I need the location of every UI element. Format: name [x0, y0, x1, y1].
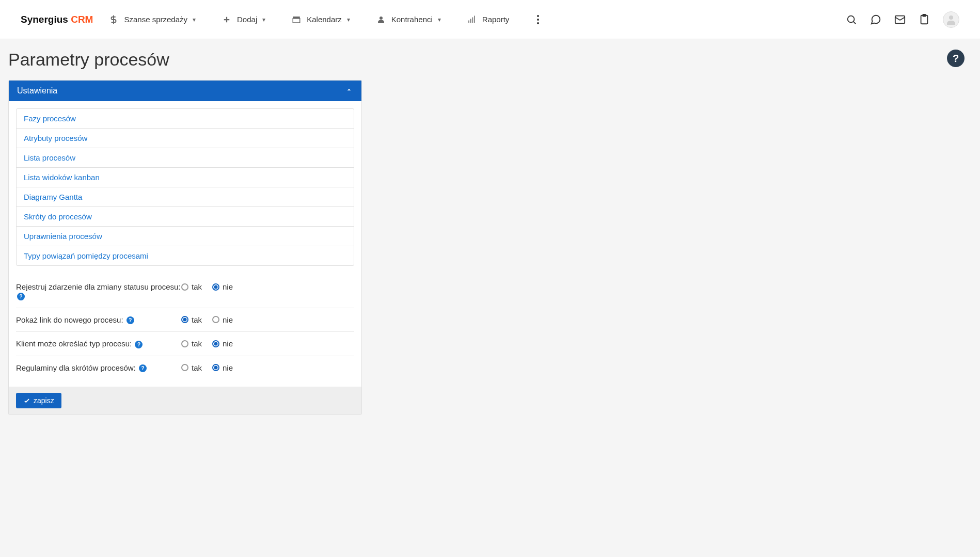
chevron-down-icon: ▾ [347, 16, 350, 23]
link-kanban-views[interactable]: Lista widoków kanban [17, 168, 354, 187]
setting-client-process-type: Klient może określać typ procesu: ? tak … [16, 332, 354, 356]
mail-icon[interactable] [894, 14, 906, 25]
page-title: Parametry procesów [8, 50, 972, 70]
link-process-permissions[interactable]: Uprawnienia procesów [17, 227, 354, 246]
link-process-relation-types[interactable]: Typy powiązań pomiędzy procesami [17, 246, 354, 265]
radio-indicator [212, 316, 219, 323]
radio-yes[interactable]: tak [181, 282, 202, 291]
radio-indicator [181, 283, 188, 291]
header: Synergius CRM Szanse sprzedaży ▾ Dodaj ▾… [0, 0, 980, 39]
chat-icon[interactable] [870, 14, 881, 25]
radio-group: tak nie [181, 363, 233, 372]
setting-label: Pokaż link do nowego procesu: ? [16, 315, 181, 325]
radio-no[interactable]: nie [212, 363, 233, 372]
radio-group: tak nie [181, 315, 233, 324]
help-icon[interactable]: ? [139, 364, 147, 372]
radio-yes[interactable]: tak [181, 363, 202, 372]
nav-opportunities[interactable]: Szanse sprzedaży ▾ [108, 14, 196, 25]
chevron-down-icon: ▾ [193, 16, 196, 23]
chevron-down-icon: ▾ [438, 16, 441, 23]
help-icon[interactable]: ? [17, 293, 25, 300]
nav-add[interactable]: Dodaj ▾ [222, 14, 265, 25]
radio-indicator [212, 364, 219, 371]
logo-main: Synergius [21, 14, 68, 25]
clipboard-icon[interactable] [919, 14, 930, 25]
nav-label: Dodaj [237, 15, 257, 24]
calendar-icon [291, 14, 302, 25]
page-content: ? Parametry procesów Ustawienia Fazy pro… [0, 39, 980, 425]
logo[interactable]: Synergius CRM [21, 14, 93, 25]
svg-point-3 [848, 15, 855, 22]
nav-label: Kalendarz [307, 15, 342, 24]
save-label: zapisz [34, 396, 54, 405]
svg-rect-1 [293, 18, 300, 22]
radio-yes[interactable]: tak [181, 315, 202, 324]
setting-label: Rejestruj zdarzenie dla zmiany statusu p… [16, 282, 181, 300]
setting-register-event: Rejestruj zdarzenie dla zmiany statusu p… [16, 275, 354, 308]
settings-rows: Rejestruj zdarzenie dla zmiany statusu p… [16, 275, 354, 379]
header-right [846, 11, 959, 28]
settings-panel: Ustawienia Fazy procesów Atrybuty proces… [8, 80, 362, 415]
panel-header[interactable]: Ustawienia [9, 81, 361, 101]
logo-accent: CRM [71, 14, 93, 25]
plus-icon [222, 14, 232, 25]
search-icon[interactable] [846, 14, 857, 25]
link-list: Fazy procesów Atrybuty procesów Lista pr… [16, 108, 354, 266]
radio-indicator [212, 283, 219, 291]
help-button[interactable]: ? [947, 50, 965, 67]
setting-show-new-process-link: Pokaż link do nowego procesu: ? tak nie [16, 308, 354, 332]
radio-group: tak nie [181, 339, 233, 348]
radio-no[interactable]: nie [212, 339, 233, 348]
panel-footer: zapisz [9, 387, 361, 415]
radio-yes[interactable]: tak [181, 339, 202, 348]
main-nav: Szanse sprzedaży ▾ Dodaj ▾ Kalendarz ▾ K… [108, 13, 846, 26]
radio-indicator [181, 340, 188, 347]
avatar[interactable] [943, 11, 959, 28]
setting-label: Regulaminy dla skrótów procesów: ? [16, 363, 181, 373]
nav-contractors[interactable]: Kontrahenci ▾ [376, 14, 441, 25]
dollar-icon [108, 14, 119, 25]
help-icon[interactable]: ? [135, 341, 143, 348]
nav-label: Szanse sprzedaży [124, 15, 187, 24]
link-process-list[interactable]: Lista procesów [17, 148, 354, 168]
user-icon [376, 14, 386, 25]
nav-label: Kontrahenci [391, 15, 433, 24]
svg-rect-0 [293, 17, 300, 18]
link-process-shortcuts[interactable]: Skróty do procesów [17, 207, 354, 227]
help-icon[interactable]: ? [127, 316, 134, 324]
link-process-phases[interactable]: Fazy procesów [17, 109, 354, 129]
nav-calendar[interactable]: Kalendarz ▾ [291, 14, 350, 25]
svg-point-7 [949, 15, 953, 20]
svg-rect-6 [923, 14, 926, 16]
radio-indicator [181, 364, 188, 371]
radio-group: tak nie [181, 282, 233, 291]
nav-label: Raporty [482, 15, 510, 24]
radio-no[interactable]: nie [212, 315, 233, 324]
radio-no[interactable]: nie [212, 282, 233, 291]
nav-reports[interactable]: Raporty [467, 14, 510, 25]
radio-indicator [181, 316, 188, 323]
radio-indicator [212, 340, 219, 347]
panel-title: Ustawienia [17, 86, 57, 96]
link-gantt-diagrams[interactable]: Diagramy Gantta [17, 187, 354, 207]
panel-body: Fazy procesów Atrybuty procesów Lista pr… [9, 101, 361, 387]
svg-point-2 [380, 17, 383, 20]
chevron-down-icon: ▾ [262, 16, 265, 23]
more-menu-button[interactable] [535, 13, 541, 26]
link-process-attributes[interactable]: Atrybuty procesów [17, 129, 354, 148]
save-button[interactable]: zapisz [16, 393, 61, 408]
setting-regulations-shortcuts: Regulaminy dla skrótów procesów: ? tak n… [16, 356, 354, 380]
bar-chart-icon [467, 14, 477, 25]
setting-label: Klient może określać typ procesu: ? [16, 339, 181, 348]
chevron-up-icon [345, 86, 353, 96]
